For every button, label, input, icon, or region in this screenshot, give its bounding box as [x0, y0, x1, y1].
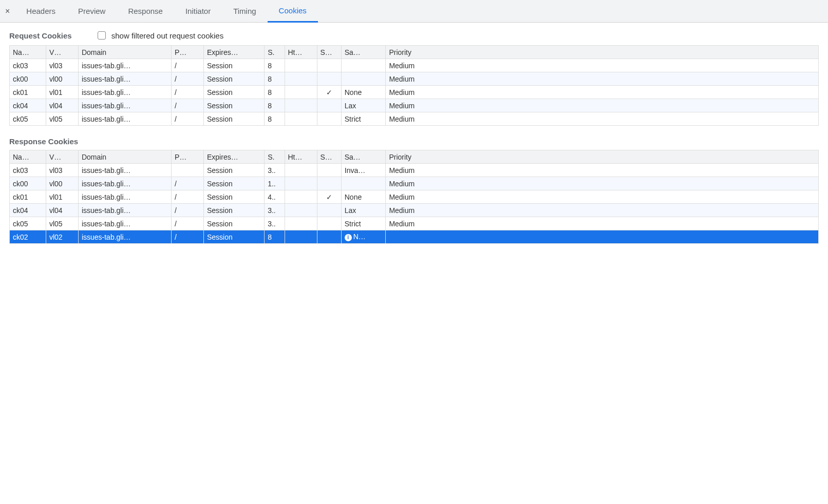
- cell-httponly: [285, 217, 317, 230]
- cell-value: vl03: [46, 164, 78, 177]
- cell-expires: Session: [204, 190, 265, 204]
- response-cookies-title: Response Cookies: [9, 137, 78, 146]
- show-filtered-label: show filtered out request cookies: [111, 31, 223, 40]
- cell-httponly: [285, 112, 317, 126]
- table-row[interactable]: ck00vl00issues-tab.gli…/Session1..Medium: [10, 177, 819, 190]
- table-row[interactable]: ck04vl04issues-tab.gli…/Session8LaxMediu…: [10, 99, 819, 112]
- cell-expires: Session: [204, 164, 265, 177]
- col-expires[interactable]: Expires…: [204, 46, 265, 59]
- col-path[interactable]: P…: [172, 150, 204, 164]
- cell-size: 8: [265, 230, 285, 244]
- cell-samesite: None: [341, 190, 386, 204]
- cell-priority: Medium: [386, 164, 819, 177]
- cell-priority: Medium: [386, 72, 819, 86]
- cell-secure: [317, 164, 341, 177]
- cell-name: ck05: [10, 112, 46, 126]
- cell-httponly: [285, 59, 317, 72]
- cell-domain: issues-tab.gli…: [78, 72, 171, 86]
- cell-priority: Medium: [386, 59, 819, 72]
- cell-value: vl01: [46, 86, 78, 99]
- cell-name: ck01: [10, 86, 46, 99]
- cell-domain: issues-tab.gli…: [78, 204, 171, 217]
- show-filtered-input[interactable]: [98, 31, 106, 40]
- cell-name: ck01: [10, 190, 46, 204]
- cell-samesite: iN…: [341, 230, 386, 244]
- cell-domain: issues-tab.gli…: [78, 177, 171, 190]
- cell-size: 3..: [265, 164, 285, 177]
- table-header-row: Na… V… Domain P… Expires… S. Ht… S… Sa… …: [10, 46, 819, 59]
- tab-headers[interactable]: Headers: [15, 0, 67, 22]
- cell-name: ck02: [10, 230, 46, 244]
- table-row[interactable]: ck00vl00issues-tab.gli…/Session8Medium: [10, 72, 819, 86]
- cell-priority: Medium: [386, 112, 819, 126]
- request-cookies-table: Na… V… Domain P… Expires… S. Ht… S… Sa… …: [9, 45, 819, 126]
- cell-value: vl05: [46, 112, 78, 126]
- cell-secure: [317, 112, 341, 126]
- cell-size: 4..: [265, 190, 285, 204]
- cell-path: /: [172, 190, 204, 204]
- col-value[interactable]: V…: [46, 46, 78, 59]
- cell-expires: Session: [204, 99, 265, 112]
- cell-path: /: [172, 204, 204, 217]
- cell-domain: issues-tab.gli…: [78, 217, 171, 230]
- tab-preview[interactable]: Preview: [67, 0, 117, 22]
- table-row[interactable]: ck03vl03issues-tab.gli…/Session8Medium: [10, 59, 819, 72]
- cell-expires: Session: [204, 86, 265, 99]
- col-path[interactable]: P…: [172, 46, 204, 59]
- col-domain[interactable]: Domain: [78, 46, 171, 59]
- col-name[interactable]: Na…: [10, 46, 46, 59]
- table-row[interactable]: ck05vl05issues-tab.gli…/Session8StrictMe…: [10, 112, 819, 126]
- cell-domain: issues-tab.gli…: [78, 164, 171, 177]
- cell-expires: Session: [204, 177, 265, 190]
- cell-value: vl04: [46, 99, 78, 112]
- col-priority[interactable]: Priority: [386, 150, 819, 164]
- cell-value: vl04: [46, 204, 78, 217]
- cell-size: 3..: [265, 217, 285, 230]
- col-secure[interactable]: S…: [317, 46, 341, 59]
- col-httponly[interactable]: Ht…: [285, 46, 317, 59]
- tab-cookies[interactable]: Cookies: [268, 1, 318, 23]
- col-domain[interactable]: Domain: [78, 150, 171, 164]
- cell-expires: Session: [204, 112, 265, 126]
- cell-value: vl05: [46, 217, 78, 230]
- col-size[interactable]: S.: [265, 150, 285, 164]
- cell-domain: issues-tab.gli…: [78, 86, 171, 99]
- cell-value: vl00: [46, 177, 78, 190]
- col-samesite[interactable]: Sa…: [341, 150, 386, 164]
- col-samesite[interactable]: Sa…: [341, 46, 386, 59]
- cell-path: /: [172, 86, 204, 99]
- cell-value: vl02: [46, 230, 78, 244]
- tab-timing[interactable]: Timing: [222, 0, 267, 22]
- request-cookies-title: Request Cookies: [9, 31, 72, 40]
- cell-priority: [386, 230, 819, 244]
- cell-secure: [317, 230, 341, 244]
- tab-initiator[interactable]: Initiator: [174, 0, 222, 22]
- cell-secure: [317, 177, 341, 190]
- table-row[interactable]: ck05vl05issues-tab.gli…/Session3..Strict…: [10, 217, 819, 230]
- cell-path: /: [172, 59, 204, 72]
- table-row[interactable]: ck04vl04issues-tab.gli…/Session3..LaxMed…: [10, 204, 819, 217]
- col-priority[interactable]: Priority: [386, 46, 819, 59]
- table-row[interactable]: ck01vl01issues-tab.gli…/Session8✓NoneMed…: [10, 86, 819, 99]
- cell-value: vl00: [46, 72, 78, 86]
- cell-size: 8: [265, 112, 285, 126]
- col-expires[interactable]: Expires…: [204, 150, 265, 164]
- tab-response[interactable]: Response: [117, 0, 174, 22]
- table-row[interactable]: ck03vl03issues-tab.gli…Session3..Inva…Me…: [10, 164, 819, 177]
- close-icon[interactable]: ×: [5, 7, 15, 16]
- col-httponly[interactable]: Ht…: [285, 150, 317, 164]
- show-filtered-checkbox[interactable]: show filtered out request cookies: [96, 30, 223, 41]
- col-secure[interactable]: S…: [317, 150, 341, 164]
- cell-size: 8: [265, 72, 285, 86]
- cell-httponly: [285, 177, 317, 190]
- col-value[interactable]: V…: [46, 150, 78, 164]
- table-row[interactable]: ck01vl01issues-tab.gli…/Session4..✓NoneM…: [10, 190, 819, 204]
- col-name[interactable]: Na…: [10, 150, 46, 164]
- cell-path: [172, 164, 204, 177]
- col-size[interactable]: S.: [265, 46, 285, 59]
- table-row[interactable]: ck02vl02issues-tab.gli…/Session8iN…: [10, 230, 819, 244]
- cell-httponly: [285, 72, 317, 86]
- cell-domain: issues-tab.gli…: [78, 190, 171, 204]
- cell-expires: Session: [204, 204, 265, 217]
- cell-size: 1..: [265, 177, 285, 190]
